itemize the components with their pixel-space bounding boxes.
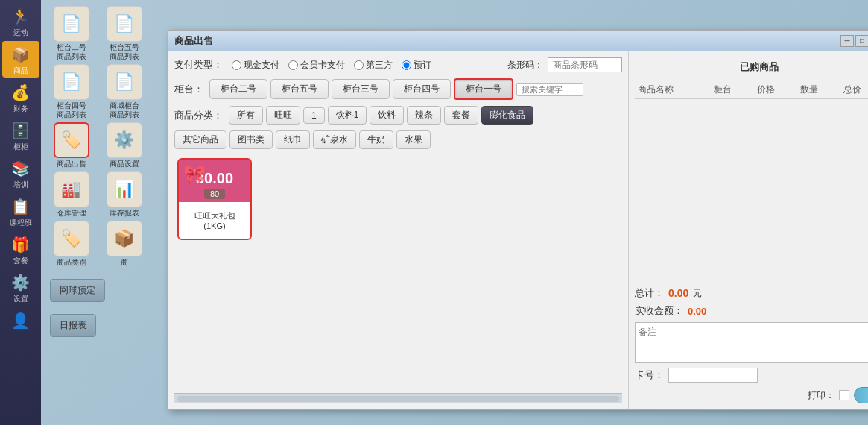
settings-icon: ⚙️ <box>10 272 31 293</box>
sidebar-item-goods2[interactable]: 📦 商 <box>100 221 148 267</box>
counter-row: 柜台： 柜台二号 柜台五号 柜台三号 柜台四号 柜台一号 <box>174 78 622 100</box>
goods2-label: 商 <box>121 258 128 267</box>
dialog-titlebar: 商品出售 ─ □ ✕ <box>168 31 868 51</box>
purchased-title: 已购商品 <box>635 57 868 77</box>
barcode-input[interactable] <box>548 57 622 72</box>
product-name: 旺旺大礼包(1KG) <box>179 202 250 239</box>
radio-member[interactable]: 会员卡支付 <box>288 59 345 72</box>
card-input[interactable] <box>668 368 758 382</box>
sidebar-item-settings[interactable]: ⚙️ 设置 <box>2 269 39 306</box>
content-wrapper: 📄 柜台二号商品列表 📄 柜台五号商品列表 📄 柜台四号商品列表 📄 商域柜台商… <box>41 0 868 425</box>
tennis-button[interactable]: 网球预定 <box>50 279 105 302</box>
sidebar-item-packages[interactable]: 🎁 套餐 <box>2 231 39 268</box>
print-checkbox[interactable] <box>839 390 849 400</box>
stock-report-icon: 📊 <box>107 171 142 207</box>
total-unit: 元 <box>693 287 702 300</box>
cat-milk[interactable]: 牛奶 <box>359 130 393 149</box>
total-label: 总计： <box>635 286 664 300</box>
cat-drink[interactable]: 饮料 <box>370 106 404 125</box>
cabinet-icon: 🗄️ <box>10 120 31 141</box>
minimize-button[interactable]: ─ <box>840 35 854 47</box>
radio-preorder[interactable]: 预订 <box>402 59 431 72</box>
sidebar-item-counter2-list[interactable]: 📄 柜台二号商品列表 <box>47 6 95 61</box>
goods-icon: 📦 <box>10 44 31 65</box>
card-row: 卡号： <box>635 368 868 382</box>
sidebar-item-counter5-list[interactable]: 📄 柜台五号商品列表 <box>100 6 148 61</box>
warehouse-label: 仓库管理 <box>57 209 86 218</box>
member-icon: 👤 <box>10 310 31 331</box>
stock-report-label: 库存报表 <box>110 209 139 218</box>
remark-textarea[interactable] <box>635 322 868 363</box>
daily-report-button[interactable]: 日报表 <box>50 314 96 337</box>
radio-member-input[interactable] <box>288 60 298 70</box>
cat-one[interactable]: 1 <box>303 107 325 124</box>
radio-preorder-label: 预订 <box>414 59 431 72</box>
counter2-button[interactable]: 柜台二号 <box>209 79 267 99</box>
sidebar-item-cabinet[interactable]: 🗄️ 柜柜 <box>2 117 39 154</box>
sidebar-item-goods-sale[interactable]: 🏷️ 商品出售 <box>47 122 95 169</box>
radio-cash[interactable]: 现金支付 <box>232 59 279 72</box>
radio-third[interactable]: 第三方 <box>354 59 393 72</box>
cat-puffed[interactable]: 膨化食品 <box>481 106 533 125</box>
toggle-button[interactable] <box>854 387 868 403</box>
sidebar-item-finance[interactable]: 💰 财务 <box>2 79 39 116</box>
icon-row-2: 📄 柜台四号商品列表 📄 商域柜台商品列表 <box>47 64 162 119</box>
counter5-button[interactable]: 柜台五号 <box>270 79 329 99</box>
card-label: 卡号： <box>635 368 664 382</box>
sidebar-label-training: 培训 <box>13 180 28 189</box>
goods-category-label: 商品类别 <box>57 258 86 267</box>
cat-snacks[interactable]: 辣条 <box>407 106 441 125</box>
radio-cash-input[interactable] <box>232 60 241 70</box>
product-card-wangwang[interactable]: 🎀 30.00 80 旺旺大礼包(1KG) <box>177 158 252 240</box>
horizontal-scrollbar[interactable] <box>174 393 622 403</box>
counter4-list-label: 柜台四号商品列表 <box>57 101 86 119</box>
sidebar-label-courses: 课程班 <box>10 218 32 227</box>
warehouse-icon: 🏭 <box>54 171 89 207</box>
main-area: 📄 柜台二号商品列表 📄 柜台五号商品列表 📄 柜台四号商品列表 📄 商域柜台商… <box>41 0 868 425</box>
cat-drink1[interactable]: 饮料1 <box>328 106 367 125</box>
counter4-button[interactable]: 柜台四号 <box>393 79 451 99</box>
cat-other[interactable]: 其它商品 <box>174 130 226 149</box>
cat-tissue[interactable]: 纸巾 <box>276 130 310 149</box>
cat-all[interactable]: 所有 <box>229 106 263 125</box>
sidebar-label-settings: 设置 <box>13 295 28 303</box>
product-gift-icon: 🎀 <box>183 164 206 185</box>
cat-books[interactable]: 图书类 <box>229 130 273 149</box>
sidebar-item-training[interactable]: 📚 培训 <box>2 155 39 192</box>
goods-sale-icon: 🏷️ <box>54 122 89 158</box>
sidebar-item-sports[interactable]: 🏃 运动 <box>2 3 39 40</box>
sidebar-item-counter4-list[interactable]: 📄 柜台四号商品列表 <box>47 64 95 119</box>
sidebar-label-goods: 商品 <box>13 66 28 75</box>
counter-search-input[interactable] <box>516 83 583 96</box>
sidebar-item-member[interactable]: 👤 <box>2 307 39 334</box>
print-row: 打印： <box>635 387 868 403</box>
finance-icon: 💰 <box>10 82 31 103</box>
icon-row-5: 🏷️ 商品类别 📦 商 <box>47 221 162 267</box>
category-label: 商品分类： <box>174 109 223 122</box>
training-icon: 📚 <box>10 158 31 179</box>
sidebar-item-warehouse[interactable]: 🏭 仓库管理 <box>47 171 95 218</box>
counter1-button[interactable]: 柜台一号 <box>454 78 513 100</box>
maximize-button[interactable]: □ <box>855 35 868 47</box>
sidebar-item-goods-settings[interactable]: ⚙️ 商品设置 <box>100 122 148 169</box>
sidebar-item-domain-list[interactable]: 📄 商域柜台商品列表 <box>100 64 148 119</box>
sidebar-item-goods[interactable]: 📦 商品 <box>2 41 39 78</box>
cat-fruit[interactable]: 水果 <box>396 130 431 149</box>
scroll-track <box>177 396 619 402</box>
purchased-table: 商品名称 柜台 价格 数量 总价 <box>635 81 868 99</box>
total-row: 总计： 0.00 元 <box>635 286 868 300</box>
cat-wangwang[interactable]: 旺旺 <box>266 106 300 125</box>
sidebar-label-cabinet: 柜柜 <box>13 142 28 151</box>
radio-preorder-input[interactable] <box>402 60 411 70</box>
cat-combo[interactable]: 套餐 <box>444 106 478 125</box>
sidebar-item-goods-category[interactable]: 🏷️ 商品类别 <box>47 221 95 267</box>
radio-third-input[interactable] <box>354 60 364 70</box>
cat-water[interactable]: 矿泉水 <box>313 130 356 149</box>
sidebar-item-stock-report[interactable]: 📊 库存报表 <box>100 171 148 218</box>
col-product-name: 商品名称 <box>635 81 711 99</box>
sidebar-label-sports: 运动 <box>13 28 28 37</box>
total-value: 0.00 <box>668 287 688 299</box>
sidebar-item-courses[interactable]: 📋 课程班 <box>2 193 39 230</box>
icon-row-4: 🏭 仓库管理 📊 库存报表 <box>47 171 162 218</box>
counter3-button[interactable]: 柜台三号 <box>332 79 390 99</box>
